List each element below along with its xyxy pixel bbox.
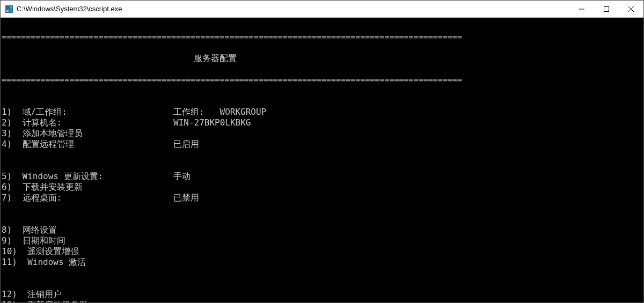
svg-rect-6 — [604, 6, 609, 11]
titlebar: C:\Windows\System32\cscript.exe — [1, 1, 643, 18]
menu-item: 6) 下载并安装更新 — [2, 182, 642, 193]
menu-group-2: 5) Windows 更新设置:手动6) 下载并安装更新7) 远程桌面:已禁用 — [2, 171, 642, 203]
menu-item: 3) 添加本地管理员 — [2, 128, 642, 139]
menu-item: 4) 配置远程管理已启用 — [2, 139, 642, 150]
svg-rect-4 — [10, 10, 12, 12]
menu-item-label: 4) 配置远程管理 — [2, 139, 173, 150]
menu-item: 13) 重新启动服务器 — [2, 300, 642, 302]
menu-item-label: 12) 注销用户 — [2, 289, 173, 300]
menu-item-label: 1) 域/工作组: — [2, 107, 173, 117]
console-window: C:\Windows\System32\cscript.exe ========… — [0, 0, 644, 303]
menu-item: 12) 注销用户 — [2, 289, 642, 300]
menu-item-value: 工作组: WORKGROUP — [173, 107, 642, 117]
menu-item-value: WIN-27BKP0LKBKG — [173, 117, 642, 128]
console-area[interactable]: ========================================… — [1, 18, 643, 302]
menu-item: 8) 网络设置 — [2, 225, 642, 235]
menu-item-value — [173, 235, 642, 246]
svg-rect-2 — [10, 6, 12, 9]
menu-item-value: 已启用 — [173, 139, 642, 150]
menu-item: 10) 遥测设置增强 — [2, 246, 642, 257]
svg-rect-3 — [6, 10, 9, 12]
menu-group-1: 1) 域/工作组:工作组: WORKGROUP2) 计算机名:WIN-27BKP… — [2, 107, 642, 150]
menu-item: 2) 计算机名:WIN-27BKP0LKBKG — [2, 117, 642, 128]
menu-item-label: 8) 网络设置 — [2, 225, 173, 235]
svg-rect-1 — [6, 6, 9, 9]
menu-item-label: 5) Windows 更新设置: — [2, 171, 173, 182]
menu-item-label: 13) 重新启动服务器 — [2, 300, 173, 302]
app-icon — [5, 5, 13, 13]
separator-line: ========================================… — [2, 32, 642, 42]
menu-item-value: 手动 — [173, 171, 642, 182]
menu-item-value — [173, 182, 642, 193]
menu-item: 9) 日期和时间 — [2, 235, 642, 246]
menu-item-label: 2) 计算机名: — [2, 117, 173, 128]
menu-item-label: 10) 遥测设置增强 — [2, 246, 173, 257]
menu-item-label: 6) 下载并安装更新 — [2, 182, 173, 193]
window-title: C:\Windows\System32\cscript.exe — [17, 5, 569, 13]
maximize-button[interactable] — [594, 1, 619, 18]
menu-item-label: 11) Windows 激活 — [2, 257, 173, 268]
menu-item: 11) Windows 激活 — [2, 257, 642, 268]
menu-item-value — [173, 246, 642, 257]
menu-item-value — [173, 128, 642, 139]
menu-item-label: 3) 添加本地管理员 — [2, 128, 173, 139]
menu-item-value — [173, 257, 642, 268]
menu-group-3: 8) 网络设置9) 日期和时间10) 遥测设置增强11) Windows 激活 — [2, 225, 642, 268]
menu-item: 5) Windows 更新设置:手动 — [2, 171, 642, 182]
menu-item-value: 已禁用 — [173, 193, 642, 203]
config-header: 服务器配置 — [2, 53, 428, 64]
menu-item-value — [173, 300, 642, 302]
window-controls — [569, 1, 643, 18]
menu-item-label: 9) 日期和时间 — [2, 235, 173, 246]
menu-item-value — [173, 225, 642, 235]
minimize-button[interactable] — [569, 1, 594, 18]
close-button[interactable] — [619, 1, 643, 18]
menu-group-4: 12) 注销用户13) 重新启动服务器14) 关闭服务器15) 退出到命令行 — [2, 289, 642, 302]
menu-item-label: 7) 远程桌面: — [2, 193, 173, 203]
menu-item-value — [173, 289, 642, 300]
menu-item: 1) 域/工作组:工作组: WORKGROUP — [2, 107, 642, 117]
separator-line: ========================================… — [2, 75, 642, 85]
menu-item: 7) 远程桌面:已禁用 — [2, 193, 642, 203]
